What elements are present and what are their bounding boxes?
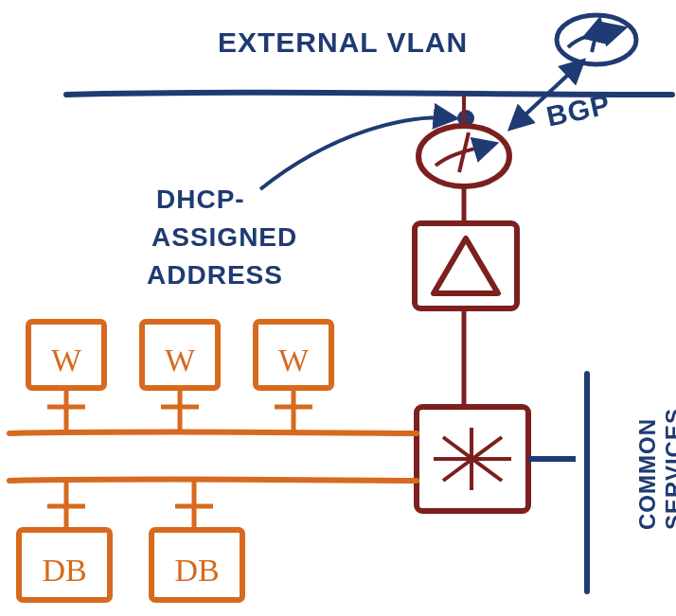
db-server-2: DB — [151, 481, 242, 600]
network-diagram: EXTERNAL VLAN BGP DHCP- ASSIGNED ADDRESS… — [0, 0, 676, 616]
db-server-1: DB — [19, 481, 110, 600]
dhcp-pointer-arrow — [260, 117, 454, 189]
web-server-2: W — [142, 322, 218, 433]
switch-icon — [417, 407, 528, 511]
db2-label: DB — [174, 553, 219, 588]
web-bus — [9, 431, 417, 433]
firewall-icon — [415, 223, 517, 308]
tenant-router-icon — [418, 95, 509, 186]
web2-label: W — [165, 343, 196, 378]
diagram-svg: W W W DB DB — [0, 0, 676, 616]
db-bus — [9, 479, 417, 481]
web3-label: W — [278, 343, 310, 378]
external-router-icon — [557, 15, 636, 64]
db1-label: DB — [42, 553, 86, 588]
web-server-1: W — [28, 322, 104, 433]
external-vlan-bus — [66, 93, 672, 95]
web1-label: W — [51, 343, 82, 378]
web-server-3: W — [256, 322, 331, 433]
